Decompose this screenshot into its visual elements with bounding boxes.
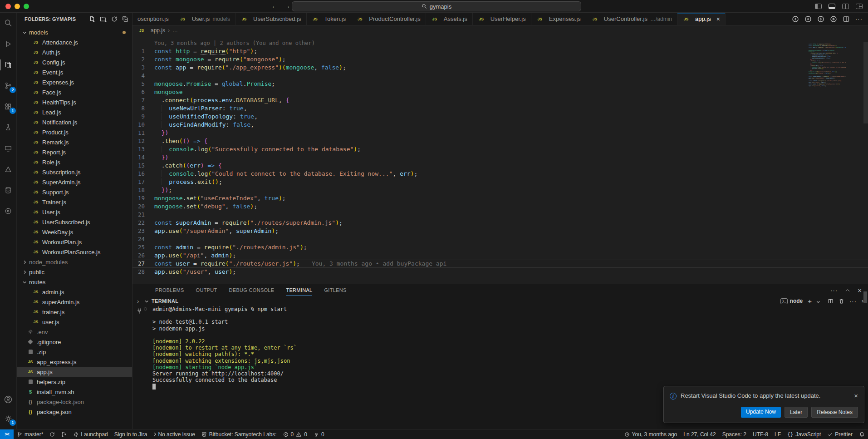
next-change-icon[interactable] — [817, 15, 824, 23]
code-line-15[interactable]: 15 .catch((err) => { — [132, 162, 868, 170]
terminal-section-chevron-icon[interactable] — [145, 299, 148, 302]
new-folder-icon[interactable] — [100, 16, 107, 22]
active-issue-item[interactable]: No active issue — [150, 429, 198, 439]
account-icon[interactable] — [2, 394, 14, 405]
breadcrumb[interactable]: JS app.js › … — [132, 25, 868, 35]
code-line-13[interactable]: 13 console.log("Successfully connected t… — [132, 145, 868, 153]
file-Support.js[interactable]: JSSupport.js — [17, 187, 132, 197]
code-line-28[interactable]: 28app.use("/user", user); — [132, 268, 868, 276]
file-Lead.js[interactable]: JSLead.js — [17, 107, 132, 117]
file-Role.js[interactable]: JSRole.js — [17, 157, 132, 167]
release-notes-button[interactable]: Release Notes — [811, 407, 858, 418]
folder-public[interactable]: public — [17, 267, 132, 277]
split-editor-icon[interactable] — [843, 15, 850, 23]
file-Event.js[interactable]: JSEvent.js — [17, 67, 132, 77]
panel-tab-debug-console[interactable]: DEBUG CONSOLE — [229, 287, 275, 296]
file-HealthTips.js[interactable]: JSHealthTips.js — [17, 97, 132, 107]
panel-rail-chevron-icon[interactable]: › — [137, 298, 139, 305]
tab-Assets.js[interactable]: JSAssets.js — [426, 13, 473, 25]
terminal-instance[interactable]: ❯_ node — [780, 298, 803, 304]
folder-routes[interactable]: routes — [17, 277, 132, 287]
file-superAdmin.js[interactable]: JSsuperAdmin.js — [17, 297, 132, 307]
file-Notification.js[interactable]: JSNotification.js — [17, 117, 132, 127]
language-mode-item[interactable]: {} JavaScript — [784, 429, 824, 439]
source-control-icon[interactable]: 2 — [2, 80, 14, 92]
zoom-window-button[interactable] — [24, 4, 29, 9]
file-UserSubscribed.js[interactable]: JSUserSubscribed.js — [17, 217, 132, 227]
command-decoration-icon[interactable] — [144, 307, 147, 311]
split-terminal-icon[interactable] — [828, 298, 834, 304]
file-SuperAdmin.js[interactable]: JSSuperAdmin.js — [17, 177, 132, 187]
code-line-2[interactable]: 2const mongoose = require("mongoose"); — [132, 55, 868, 64]
code-line-11[interactable]: 11 }) — [132, 129, 868, 137]
toggle-sidebar-icon[interactable] — [815, 4, 822, 9]
settings-gear-icon[interactable]: 1 — [2, 413, 14, 424]
file-Config.js[interactable]: JSConfig.js — [17, 57, 132, 67]
file-Expenses.js[interactable]: JSExpenses.js — [17, 77, 132, 87]
panel-tab-terminal[interactable]: TERMINAL — [286, 287, 312, 296]
code-line-8[interactable]: 8 useNewUrlParser: true, — [132, 104, 868, 113]
breadcrumb-file[interactable]: app.js — [151, 27, 165, 34]
encoding-item[interactable]: UTF-8 — [750, 429, 771, 439]
code-line-3[interactable]: 3const app = require("./app_express")(mo… — [132, 64, 868, 72]
toggle-panel-icon[interactable] — [829, 4, 835, 9]
file-Attendance.js[interactable]: JSAttendance.js — [17, 37, 132, 47]
launchpad-item[interactable]: Launchpad — [70, 429, 111, 439]
editor-scrollbar[interactable] — [863, 42, 868, 123]
close-icon[interactable]: × — [716, 16, 720, 22]
file-Report.js[interactable]: JSReport.js — [17, 147, 132, 157]
problems-item[interactable]: 0 0 — [280, 429, 310, 439]
code-line-14[interactable]: 14 }) — [132, 153, 868, 162]
code-line-18[interactable]: 18 }); — [132, 186, 868, 194]
tab-Expenses.js[interactable]: JSExpenses.js — [531, 13, 586, 25]
file-app_express.js[interactable]: JSapp_express.js — [17, 357, 132, 367]
run-file-icon[interactable] — [830, 15, 837, 23]
gitlens-blame-item[interactable]: You, 3 months ago — [621, 429, 681, 439]
explorer-icon[interactable] — [2, 59, 14, 71]
eol-item[interactable]: LF — [771, 429, 784, 439]
file-admin.js[interactable]: JSadmin.js — [17, 287, 132, 297]
file-WorkoutPlanSource.js[interactable]: JSWorkoutPlanSource.js — [17, 247, 132, 257]
jira-signin-item[interactable]: Sign in to Jira — [111, 429, 151, 439]
update-now-button[interactable]: Update Now — [741, 407, 781, 418]
code-line-27[interactable]: 27const user = require("./routes/user.js… — [132, 260, 868, 268]
previous-change-icon[interactable] — [792, 15, 799, 23]
commit-graph-item[interactable] — [58, 429, 70, 439]
file-.gitignore[interactable]: .gitignore — [17, 337, 132, 347]
code-line-4[interactable]: 4 — [132, 72, 868, 80]
file-WeekDay.js[interactable]: JSWeekDay.js — [17, 227, 132, 237]
tab-app.js[interactable]: JSapp.js× — [677, 13, 726, 25]
azure-icon[interactable] — [2, 163, 14, 175]
file-package-lock.json[interactable]: {}package-lock.json — [17, 397, 132, 407]
code-line-7[interactable]: 7 .connect(process.env.DATABASE_URL, { — [132, 96, 868, 104]
remote-explorer-icon[interactable] — [2, 143, 14, 154]
tab-UserHelper.js[interactable]: JSUserHelper.js — [473, 13, 531, 25]
folder-node_modules[interactable]: node_modules — [17, 257, 132, 267]
formatter-item[interactable]: Prettier — [824, 429, 856, 439]
code-line-24[interactable]: 24 — [132, 235, 868, 243]
notification-close-icon[interactable]: × — [854, 392, 858, 399]
gitlens-icon[interactable] — [2, 205, 14, 217]
folder-models[interactable]: models — [17, 27, 132, 37]
file-Trainer.js[interactable]: JSTrainer.js — [17, 197, 132, 207]
breadcrumb-symbol[interactable]: … — [172, 27, 178, 34]
new-terminal-icon[interactable]: + — [808, 297, 812, 305]
code-line-5[interactable]: 5mongoose.Promise = global.Promise; — [132, 80, 868, 88]
more-editor-actions-icon[interactable]: ··· — [855, 15, 863, 22]
code-line-16[interactable]: 16 console.log("Could not connect to the… — [132, 170, 868, 178]
sync-changes-item[interactable] — [46, 429, 58, 439]
code-line-1[interactable]: 1const http = require("http"); — [132, 47, 868, 55]
history-back-icon[interactable]: ← — [271, 2, 278, 10]
ports-item[interactable]: 0 — [310, 429, 328, 439]
notifications-bell-item[interactable] — [856, 429, 868, 439]
open-changes-icon[interactable] — [804, 15, 812, 23]
file-Auth.js[interactable]: JSAuth.js — [17, 47, 132, 57]
tab-Token.js[interactable]: JSToken.js — [307, 13, 352, 25]
file-.env[interactable]: .env — [17, 327, 132, 337]
code-line-21[interactable]: 21 — [132, 211, 868, 219]
file-install_nvm.sh[interactable]: $install_nvm.sh — [17, 387, 132, 397]
testing-icon[interactable] — [2, 122, 14, 133]
terminal-scrollbar[interactable] — [863, 291, 867, 303]
code-line-9[interactable]: 9 useUnifiedTopology: true, — [132, 113, 868, 121]
file-user.js[interactable]: JSuser.js — [17, 317, 132, 327]
